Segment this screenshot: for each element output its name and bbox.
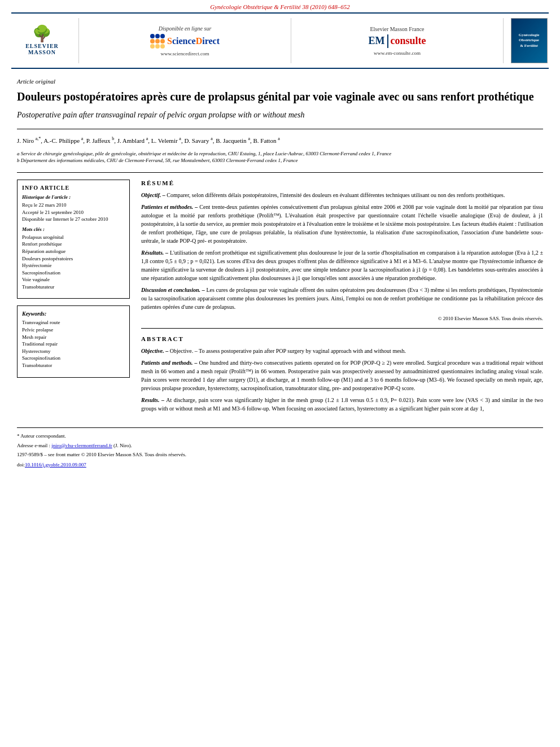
historique-label: Historique de l'article : (22, 194, 125, 200)
mots-cles-label: Mots clés : (22, 226, 125, 232)
affiliation-a: a Service de chirurgie gynécologique, pô… (17, 150, 543, 158)
article-title-english: Postoperative pain after transvaginal re… (17, 110, 543, 121)
doi-link[interactable]: 10.1016/j.gyobfe.2010.09.007 (25, 462, 86, 468)
kw-fr-4: Douleurs postopératoires (22, 255, 125, 263)
em-text: EM (369, 35, 385, 47)
kw-fr-2: Renfort prothétique (22, 241, 125, 248)
sciencedirect-logo: ScienceDirect (150, 34, 220, 49)
divider-abstract (141, 328, 543, 329)
objectif-label: Objectif. – (141, 192, 167, 198)
emconsulte-section: Elsevier Masson France EM consulte www.e… (291, 18, 504, 63)
kw-fr-1: Prolapsus urogénital (22, 234, 125, 241)
kw-en-5: Hysterectomy (22, 348, 125, 355)
kw-fr-5: Hystérectomie (22, 262, 125, 269)
em-label: Elsevier Masson France (370, 26, 424, 32)
authors-line: J. Niro a,*, A.-C. Philippe a, P. Jaffeu… (17, 136, 543, 146)
elsevier-tree-icon: 🌳 (32, 26, 52, 42)
sciencedirect-url: www.sciencedirect.com (161, 51, 209, 56)
doi-line: doi:10.1016/j.gyobfe.2010.09.007 (17, 462, 543, 468)
issn-line: 1297-9589/$ – see front matter © 2010 El… (17, 451, 543, 458)
elsevier-logo: 🌳 ELSEVIER MASSON (11, 18, 79, 63)
em-url: www.em-consulte.com (374, 50, 421, 56)
kw-fr-6: Sacrospinofixation (22, 269, 125, 277)
email-link[interactable]: jniro@chu-clermontferrand.fr (51, 443, 112, 448)
patients-text: Cent trente-deux patientes opérées consé… (141, 204, 543, 244)
authors-text: J. Niro a,*, A.-C. Philippe a, P. Jaffeu… (17, 137, 280, 144)
affiliations: a Service de chirurgie gynécologique, pô… (17, 150, 543, 164)
brand-header: 🌳 ELSEVIER MASSON Disponible en ligne su… (11, 12, 549, 69)
abstract-results-label: Results. – (141, 397, 166, 403)
discussion-label: Discussion et conclusion. – (141, 287, 206, 293)
affiliation-b: b Département des informations médicales… (17, 157, 543, 164)
consulte-text: consulte (391, 35, 426, 47)
kw-fr-8: Transobturateur (22, 283, 125, 291)
sd-dots-icon (150, 34, 165, 49)
auteur-correspondant: * Auteur correspondant. (17, 433, 543, 440)
objectif-text: Comparer, selon différents délais postop… (167, 192, 505, 198)
abstract-objective-text: Objective. – To assess postoperative pai… (170, 348, 406, 354)
journal-header: Gynécologie Obstétrique & Fertilité 38 (… (0, 0, 560, 12)
resume-resultats: Résultats. – L'utilisation de renfort pr… (141, 248, 543, 282)
kw-en-1: Transvaginal route (22, 319, 125, 326)
footnotes: * Auteur correspondant. Adresse e-mail :… (17, 427, 543, 468)
kw-en-2: Pelvic prolapse (22, 326, 125, 334)
info-article-box: INFO ARTICLE Historique de l'article : R… (17, 180, 130, 299)
sciencedirect-name: ScienceDirect (167, 36, 220, 46)
abstract-objective: Objective. – Objective. – To assess post… (141, 347, 543, 355)
journal-cover-image: GynécologieObstétrique& Fertilité (511, 18, 548, 63)
abstract-patients-label: Patients and methods. – (141, 360, 199, 366)
kw-en-7: Transobturator (22, 362, 125, 369)
left-column: INFO ARTICLE Historique de l'article : R… (17, 180, 130, 416)
sciencedirect-label: Disponible en ligne sur (159, 25, 212, 32)
kw-en-4: Traditional repair (22, 340, 125, 348)
keywords-en-list: Transvaginal route Pelvic prolapse Mesh … (22, 319, 125, 369)
abstract-objective-label: Objective. – (141, 348, 170, 354)
info-article-title: INFO ARTICLE (22, 185, 125, 191)
main-content: Article original Douleurs postopératoire… (17, 69, 543, 468)
abstract-results-text: At discharge, pain score was significant… (141, 397, 543, 412)
abstract-patients: Patients and methods. – One hundred and … (141, 359, 543, 392)
keywords-en-title: Keywords: (22, 311, 125, 317)
resultats-text: L'utilisation de renfort prothétique est… (141, 250, 543, 281)
copyright-fr: © 2010 Elsevier Masson SAS. Tous droits … (141, 316, 543, 321)
patients-label: Patientes et méthodes. – (141, 204, 199, 210)
em-bar-icon (387, 34, 388, 48)
keywords-en-box: Keywords: Transvaginal route Pelvic prol… (17, 305, 130, 377)
abstract-patients-text: One hundred and thirty-two consecutives … (141, 360, 543, 391)
resume-patients: Patientes et méthodes. – Cent trente-deu… (141, 203, 543, 245)
journal-title: Gynécologie Obstétrique & Fertilité 38 (… (210, 3, 349, 10)
email-line: Adresse e-mail : jniro@chu-clermontferra… (17, 442, 543, 449)
article-title-french: Douleurs postopératoires après cure de p… (17, 89, 543, 104)
divider-2 (17, 172, 543, 173)
kw-en-3: Mesh repair (22, 334, 125, 341)
kw-en-6: Sacrospinofixation (22, 355, 125, 362)
kw-fr-3: Réparation autologue (22, 248, 125, 255)
em-logo: EM consulte (369, 34, 426, 48)
abstract-en-title: ABSTRACT (141, 335, 543, 342)
two-column-section: INFO ARTICLE Historique de l'article : R… (17, 180, 543, 416)
resultats-label: Résultats. – (141, 250, 170, 256)
resume-objectif: Objectif. – Comparer, selon différents d… (141, 191, 543, 199)
kw-fr-7: Voie vaginale (22, 276, 125, 283)
elsevier-text: ELSEVIER (25, 43, 59, 49)
info-recu: Reçu le 22 mars 2010 Accepté le 21 septe… (22, 202, 125, 223)
abstract-results: Results. – At discharge, pain score was … (141, 396, 543, 413)
keywords-fr-list: Prolapsus urogénital Renfort prothétique… (22, 234, 125, 291)
sciencedirect-section: Disponible en ligne sur ScienceDirect ww… (79, 18, 291, 63)
resume-title: RÉSUMÉ (141, 180, 543, 186)
resume-discussion: Discussion et conclusion. – Les cures de… (141, 286, 543, 311)
masson-text: MASSON (28, 49, 56, 55)
journal-cover: GynécologieObstétrique& Fertilité (504, 18, 549, 63)
divider-1 (17, 129, 543, 129)
right-column: RÉSUMÉ Objectif. – Comparer, selon diffé… (141, 180, 543, 416)
article-type: Article original (17, 78, 543, 85)
